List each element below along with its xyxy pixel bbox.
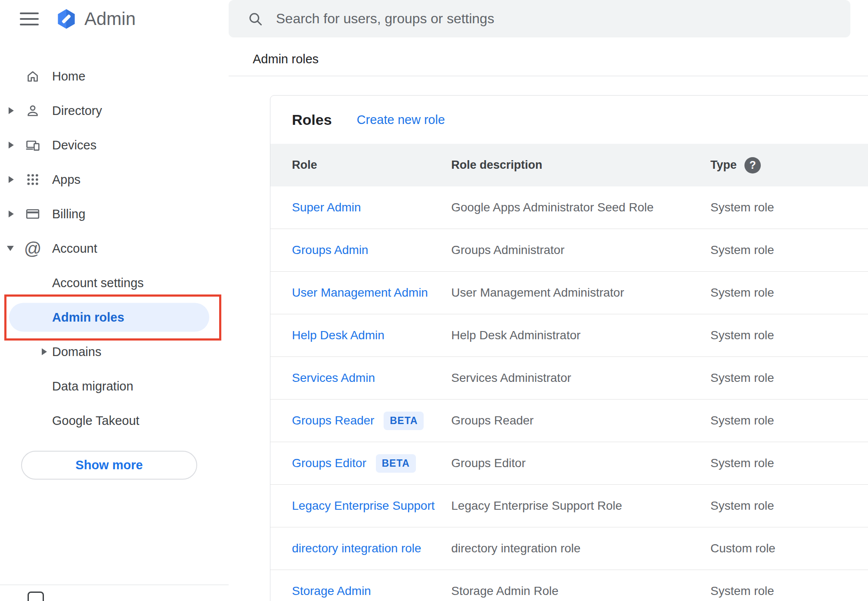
table-row: Help Desk Admin Help Desk Administrator … — [270, 314, 868, 357]
table-row: Super Admin Google Apps Administrator Se… — [270, 186, 868, 229]
partial-bottom-icon[interactable] — [28, 592, 44, 601]
role-description: Google Apps Administrator Seed Role — [451, 201, 710, 214]
role-type: Custom role — [710, 542, 868, 555]
role-link[interactable]: User Management Admin — [292, 286, 428, 300]
sidebar-item-admin-roles[interactable]: Admin roles — [0, 300, 229, 335]
column-header-type: Type — [710, 158, 737, 172]
sidebar-item-data-migration[interactable]: Data migration — [0, 369, 229, 403]
table-row: directory integration role directory int… — [270, 527, 868, 570]
role-link[interactable]: Groups Admin — [292, 243, 368, 257]
at-sign-icon: @ — [24, 240, 41, 257]
sidebar-item-apps[interactable]: Apps — [0, 162, 229, 197]
role-type: System role — [710, 286, 868, 300]
column-header-description: Role description — [451, 158, 710, 172]
role-link[interactable]: Groups Reader — [292, 414, 374, 428]
sidebar-item-billing[interactable]: Billing — [0, 197, 229, 231]
sidebar-item-devices[interactable]: Devices — [0, 128, 229, 162]
role-description: Groups Editor — [451, 456, 710, 470]
search-icon — [248, 11, 263, 27]
header-divider — [229, 76, 868, 76]
role-description: User Management Administrator — [451, 286, 710, 300]
sidebar-item-label: Billing — [52, 207, 85, 221]
column-header-role: Role — [270, 158, 451, 172]
role-link[interactable]: Storage Admin — [292, 584, 371, 598]
sidebar-item-label: Home — [52, 69, 85, 84]
sidebar-item-label: Google Takeout — [52, 414, 140, 428]
table-header-row: Role Role description Type ? — [270, 144, 868, 186]
sidebar-item-label: Admin roles — [52, 310, 124, 325]
chevron-right-icon[interactable] — [9, 142, 14, 149]
table-row: Storage Admin Storage Admin Role System … — [270, 570, 868, 601]
app-bar: Admin — [0, 0, 229, 37]
show-more-button[interactable]: Show more — [21, 451, 197, 480]
table-row: Services Admin Services Administrator Sy… — [270, 357, 868, 400]
home-icon — [24, 68, 41, 85]
beta-badge: BETA — [376, 454, 416, 473]
devices-icon — [24, 136, 41, 154]
google-admin-hexagon-icon — [55, 8, 78, 30]
sidebar-item-label: Account — [52, 242, 97, 256]
table-row: Groups Admin Groups Administrator System… — [270, 229, 868, 272]
role-link[interactable]: Help Desk Admin — [292, 328, 384, 342]
role-description: directory integration role — [451, 542, 710, 555]
table-row: Groups Editor BETA Groups Editor System … — [270, 442, 868, 485]
chevron-right-icon[interactable] — [9, 211, 14, 217]
sidebar-item-label: Apps — [52, 173, 81, 187]
role-type: System role — [710, 499, 868, 513]
role-type: System role — [710, 371, 868, 385]
search-input[interactable] — [275, 10, 837, 27]
role-type: System role — [710, 328, 868, 342]
sidebar-item-domains[interactable]: Domains — [0, 335, 229, 369]
sidebar-item-directory[interactable]: Directory — [0, 93, 229, 128]
sidebar-item-home[interactable]: Home — [0, 59, 229, 93]
table-row: Groups Reader BETA Groups Reader System … — [270, 400, 868, 442]
role-type: System role — [710, 456, 868, 470]
person-icon — [24, 102, 41, 119]
role-type: System role — [710, 584, 868, 598]
role-description: Services Administrator — [451, 371, 710, 385]
sidebar-item-account[interactable]: @ Account — [0, 231, 229, 266]
role-description: Help Desk Administrator — [451, 328, 710, 342]
roles-card-header: Roles Create new role — [270, 96, 868, 144]
hamburger-menu-icon[interactable] — [20, 12, 40, 25]
table-row: Legacy Enterprise Support Legacy Enterpr… — [270, 485, 868, 527]
sidebar-item-account-settings[interactable]: Account settings — [0, 266, 229, 300]
role-link[interactable]: directory integration role — [292, 542, 421, 555]
sidebar-item-label: Directory — [52, 104, 102, 118]
role-description: Groups Administrator — [451, 243, 710, 257]
role-description: Legacy Enterprise Support Role — [451, 499, 710, 513]
table-row: User Management Admin User Management Ad… — [270, 272, 868, 314]
credit-card-icon — [24, 205, 41, 223]
chevron-right-icon[interactable] — [9, 107, 14, 114]
breadcrumb: Admin roles — [253, 52, 319, 66]
sidebar-footer-divider — [0, 585, 229, 585]
role-link[interactable]: Groups Editor — [292, 456, 366, 470]
role-link[interactable]: Legacy Enterprise Support — [292, 499, 435, 513]
apps-grid-icon — [24, 171, 41, 188]
roles-title: Roles — [292, 112, 332, 128]
chevron-right-icon[interactable] — [9, 176, 14, 183]
role-type: System role — [710, 243, 868, 257]
sidebar-item-label: Domains — [52, 345, 101, 359]
role-type: System role — [710, 201, 868, 214]
google-admin-logo[interactable]: Admin — [55, 8, 136, 30]
sidebar-nav: Home Directory Devices — [0, 59, 229, 438]
chevron-down-icon[interactable] — [7, 246, 14, 251]
role-link[interactable]: Super Admin — [292, 201, 361, 214]
sidebar-item-label: Account settings — [52, 276, 144, 290]
sidebar-item-google-takeout[interactable]: Google Takeout — [0, 403, 229, 438]
sidebar: Admin Home Directory — [0, 0, 229, 601]
role-description: Storage Admin Role — [451, 584, 710, 598]
role-link[interactable]: Services Admin — [292, 371, 375, 385]
role-description: Groups Reader — [451, 414, 710, 428]
roles-card: Roles Create new role Role Role descript… — [270, 95, 868, 601]
help-icon[interactable]: ? — [744, 157, 761, 173]
chevron-right-icon[interactable] — [42, 348, 47, 355]
search-bar[interactable] — [229, 0, 850, 37]
role-type: System role — [710, 414, 868, 428]
beta-badge: BETA — [384, 412, 424, 430]
create-new-role-link[interactable]: Create new role — [357, 113, 445, 127]
product-name: Admin — [84, 9, 136, 29]
sidebar-item-label: Devices — [52, 138, 96, 152]
sidebar-item-label: Data migration — [52, 379, 133, 393]
